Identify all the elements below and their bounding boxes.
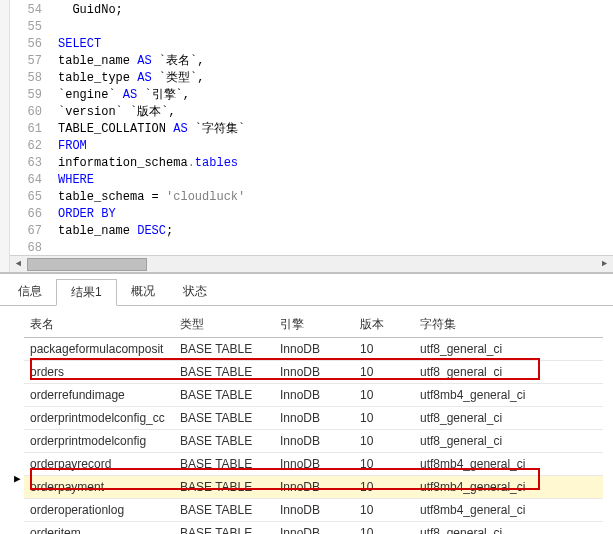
scroll-thumb[interactable]: [27, 258, 147, 271]
cell-engine: InnoDB: [274, 338, 354, 361]
code-line[interactable]: SELECT: [58, 36, 613, 53]
code-content[interactable]: GuidNo;SELECTtable_name AS `表名`,table_ty…: [50, 0, 613, 272]
code-line[interactable]: TABLE_COLLATION AS `字符集`: [58, 121, 613, 138]
editor-horizontal-scrollbar[interactable]: ◄ ►: [10, 255, 613, 272]
column-header[interactable]: 引擎: [274, 312, 354, 338]
results-grid-container: 表名类型引擎版本字符集 packageformulacompositBASE T…: [0, 306, 613, 534]
cell-engine: InnoDB: [274, 453, 354, 476]
cell-ver: 10: [354, 430, 414, 453]
tab-状态[interactable]: 状态: [169, 279, 221, 306]
table-row[interactable]: packageformulacompositBASE TABLEInnoDB10…: [24, 338, 603, 361]
tab-概况[interactable]: 概况: [117, 279, 169, 306]
code-line[interactable]: `version` `版本`,: [58, 104, 613, 121]
cell-name: orderoperationlog: [24, 499, 174, 522]
cell-coll: utf8mb4_general_ci: [414, 453, 603, 476]
cell-coll: utf8_general_ci: [414, 522, 603, 535]
line-number: 67: [12, 223, 42, 240]
table-row[interactable]: orderprintmodelconfig_ccBASE TABLEInnoDB…: [24, 407, 603, 430]
code-line[interactable]: table_name AS `表名`,: [58, 53, 613, 70]
cell-ver: 10: [354, 361, 414, 384]
table-row[interactable]: ordersBASE TABLEInnoDB10utf8_general_ci: [24, 361, 603, 384]
line-number: 54: [12, 2, 42, 19]
table-row[interactable]: orderpaymentBASE TABLEInnoDB10utf8mb4_ge…: [24, 476, 603, 499]
cell-coll: utf8mb4_general_ci: [414, 499, 603, 522]
cell-name: orderpayrecord: [24, 453, 174, 476]
line-number: 56: [12, 36, 42, 53]
cell-type: BASE TABLE: [174, 453, 274, 476]
cell-ver: 10: [354, 338, 414, 361]
tab-信息[interactable]: 信息: [4, 279, 56, 306]
column-header[interactable]: 表名: [24, 312, 174, 338]
code-line[interactable]: table_schema = 'cloudluck': [58, 189, 613, 206]
column-header[interactable]: 类型: [174, 312, 274, 338]
line-number: 60: [12, 104, 42, 121]
line-number-gutter: 545556575859606162636465666768: [10, 0, 50, 272]
cell-engine: InnoDB: [274, 407, 354, 430]
column-header[interactable]: 字符集: [414, 312, 603, 338]
code-line[interactable]: table_type AS `类型`,: [58, 70, 613, 87]
sql-editor: 545556575859606162636465666768 GuidNo;SE…: [0, 0, 613, 272]
current-row-arrow-icon: ▶: [14, 472, 21, 485]
cell-type: BASE TABLE: [174, 522, 274, 535]
results-panel: 信息结果1概况状态 表名类型引擎版本字符集 packageformulacomp…: [0, 272, 613, 534]
table-row[interactable]: orderrefundimageBASE TABLEInnoDB10utf8mb…: [24, 384, 603, 407]
code-line[interactable]: GuidNo;: [58, 2, 613, 19]
cell-coll: utf8_general_ci: [414, 361, 603, 384]
line-number: 64: [12, 172, 42, 189]
cell-ver: 10: [354, 453, 414, 476]
cell-engine: InnoDB: [274, 476, 354, 499]
table-row[interactable]: orderpayrecordBASE TABLEInnoDB10utf8mb4_…: [24, 453, 603, 476]
table-row[interactable]: orderoperationlogBASE TABLEInnoDB10utf8m…: [24, 499, 603, 522]
scroll-right-arrow-icon[interactable]: ►: [596, 256, 613, 273]
table-row[interactable]: orderprintmodelconfigBASE TABLEInnoDB10u…: [24, 430, 603, 453]
cell-coll: utf8mb4_general_ci: [414, 384, 603, 407]
line-number: 62: [12, 138, 42, 155]
cell-ver: 10: [354, 384, 414, 407]
cell-name: orderpayment: [24, 476, 174, 499]
cell-type: BASE TABLE: [174, 499, 274, 522]
editor-gutter: [0, 0, 10, 272]
table-row[interactable]: orderitemBASE TABLEInnoDB10utf8_general_…: [24, 522, 603, 535]
cell-ver: 10: [354, 476, 414, 499]
cell-ver: 10: [354, 522, 414, 535]
line-number: 59: [12, 87, 42, 104]
cell-name: orderprintmodelconfig: [24, 430, 174, 453]
cell-name: orderrefundimage: [24, 384, 174, 407]
code-line[interactable]: information_schema.tables: [58, 155, 613, 172]
cell-coll: utf8_general_ci: [414, 407, 603, 430]
line-number: 57: [12, 53, 42, 70]
code-line[interactable]: FROM: [58, 138, 613, 155]
cell-engine: InnoDB: [274, 522, 354, 535]
line-number: 66: [12, 206, 42, 223]
line-number: 58: [12, 70, 42, 87]
cell-ver: 10: [354, 499, 414, 522]
cell-coll: utf8_general_ci: [414, 430, 603, 453]
cell-type: BASE TABLE: [174, 476, 274, 499]
cell-name: packageformulacomposit: [24, 338, 174, 361]
code-line[interactable]: `engine` AS `引擎`,: [58, 87, 613, 104]
column-header[interactable]: 版本: [354, 312, 414, 338]
code-line[interactable]: table_name DESC;: [58, 223, 613, 240]
cell-type: BASE TABLE: [174, 384, 274, 407]
cell-name: orderitem: [24, 522, 174, 535]
code-line[interactable]: [58, 19, 613, 36]
code-line[interactable]: WHERE: [58, 172, 613, 189]
code-line[interactable]: ORDER BY: [58, 206, 613, 223]
scroll-left-arrow-icon[interactable]: ◄: [10, 256, 27, 273]
results-table: 表名类型引擎版本字符集 packageformulacompositBASE T…: [24, 312, 603, 534]
cell-engine: InnoDB: [274, 430, 354, 453]
cell-type: BASE TABLE: [174, 338, 274, 361]
cell-engine: InnoDB: [274, 384, 354, 407]
cell-engine: InnoDB: [274, 499, 354, 522]
cell-type: BASE TABLE: [174, 430, 274, 453]
cell-engine: InnoDB: [274, 361, 354, 384]
cell-name: orderprintmodelconfig_cc: [24, 407, 174, 430]
cell-ver: 10: [354, 407, 414, 430]
line-number: 65: [12, 189, 42, 206]
scroll-track[interactable]: [27, 256, 596, 272]
line-number: 63: [12, 155, 42, 172]
tab-结果1[interactable]: 结果1: [56, 279, 117, 306]
cell-type: BASE TABLE: [174, 361, 274, 384]
cell-name: orders: [24, 361, 174, 384]
cell-type: BASE TABLE: [174, 407, 274, 430]
